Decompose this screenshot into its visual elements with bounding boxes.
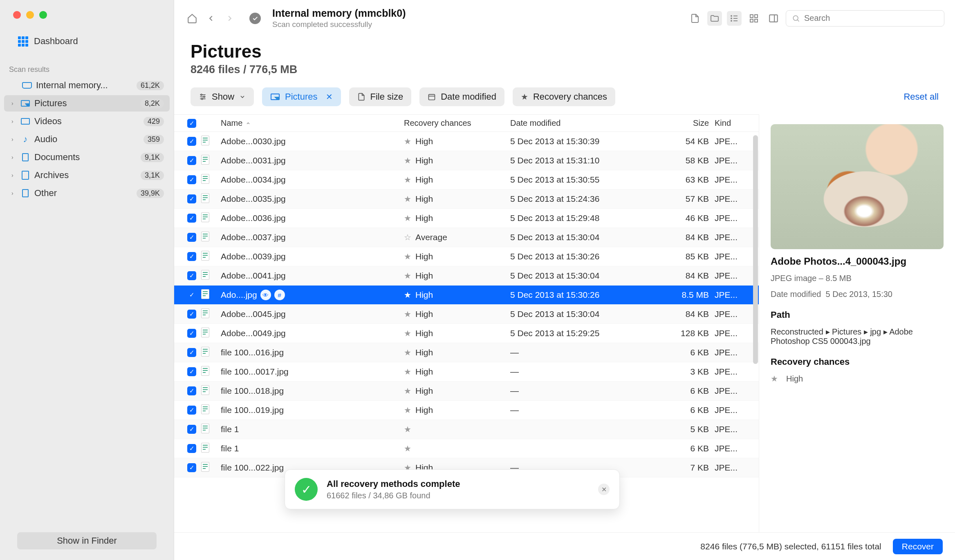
drive-icon: [22, 80, 32, 90]
kind-value: JPE...: [715, 213, 759, 223]
close-window[interactable]: [13, 11, 21, 19]
panel-toggle-icon[interactable]: [766, 11, 781, 26]
list-view-icon[interactable]: [727, 11, 742, 26]
date-filter[interactable]: Date modified: [419, 87, 504, 106]
size-value: 84 KB: [657, 232, 715, 242]
col-kind[interactable]: Kind: [715, 118, 759, 128]
table-row[interactable]: ✓file 100...018.jpg★High—6 KBJPE...: [174, 382, 759, 401]
row-checkbox[interactable]: ✓: [187, 425, 196, 434]
row-checkbox[interactable]: ✓: [187, 290, 196, 299]
archives-icon: [20, 170, 30, 180]
table-row[interactable]: ✓Adobe...0039.jpg★High5 Dec 2013 at 15:3…: [174, 247, 759, 266]
preview-pill-icon[interactable]: 👁: [260, 290, 271, 300]
table-row[interactable]: ✓Adobe...0035.jpg★High5 Dec 2013 at 15:2…: [174, 190, 759, 209]
row-checkbox[interactable]: ✓: [187, 252, 196, 261]
col-recovery[interactable]: Recovery chances: [404, 118, 510, 128]
table-row[interactable]: ✓Adobe...0037.jpg☆Average5 Dec 2013 at 1…: [174, 228, 759, 247]
minimize-window[interactable]: [26, 11, 34, 19]
row-checkbox[interactable]: ✓: [187, 406, 196, 415]
folder-view-icon[interactable]: [707, 11, 722, 26]
sidebar-item-videos[interactable]: › Videos 429: [4, 113, 170, 129]
recovery-value: High: [415, 405, 433, 415]
detail-meta: JPEG image – 8.5 MB: [771, 274, 944, 283]
row-checkbox[interactable]: ✓: [187, 386, 196, 395]
fullscreen-window[interactable]: [39, 11, 47, 19]
row-checkbox[interactable]: ✓: [187, 367, 196, 376]
sidebar-item-badge: 39,9K: [137, 189, 164, 198]
row-checkbox[interactable]: ✓: [187, 310, 196, 319]
forward-button[interactable]: [222, 11, 237, 26]
svg-point-17: [201, 94, 202, 95]
table-row[interactable]: ✓Adobe...0031.jpg★High5 Dec 2013 at 15:3…: [174, 151, 759, 170]
chevron-right-icon: ›: [11, 172, 16, 178]
pictures-filter-chip[interactable]: Pictures ✕: [262, 87, 341, 106]
table-row[interactable]: ✓Adobe...0030.jpg★High5 Dec 2013 at 15:3…: [174, 132, 759, 151]
check-circle-icon: ✓: [295, 478, 318, 501]
sidebar-item-pictures[interactable]: › Pictures 8,2K: [4, 95, 170, 112]
table-row[interactable]: ✓file 1★5 KBJPE...: [174, 420, 759, 439]
reset-filters-link[interactable]: Reset all: [903, 91, 939, 102]
date-value: 5 Dec 2013 at 15:29:48: [510, 213, 657, 223]
kind-value: JPE...: [715, 405, 759, 415]
col-date[interactable]: Date modified: [510, 118, 657, 128]
row-checkbox[interactable]: ✓: [187, 175, 196, 184]
sidebar-item-other[interactable]: › Other 39,9K: [4, 185, 170, 201]
row-checkbox[interactable]: ✓: [187, 348, 196, 357]
sidebar-item-documents[interactable]: › Documents 9,1K: [4, 149, 170, 165]
table-row[interactable]: ✓Adobe...0036.jpg★High5 Dec 2013 at 15:2…: [174, 209, 759, 228]
row-checkbox[interactable]: ✓: [187, 329, 196, 338]
col-name[interactable]: Name: [221, 118, 404, 128]
scrollbar[interactable]: [753, 135, 758, 511]
home-button[interactable]: [185, 11, 200, 26]
show-in-finder-button[interactable]: Show in Finder: [17, 532, 157, 549]
star-icon: ☆: [404, 233, 411, 242]
table-row[interactable]: ✓file 100...0017.jpg★High—3 KBJPE...: [174, 362, 759, 382]
back-button[interactable]: [204, 11, 218, 26]
kind-value: JPE...: [715, 290, 759, 300]
sidebar-item-archives[interactable]: › Archives 3,1K: [4, 167, 170, 183]
row-checkbox[interactable]: ✓: [187, 444, 196, 453]
toast-close-button[interactable]: ✕: [598, 484, 610, 495]
file-preview[interactable]: [771, 124, 944, 249]
grid-view-icon[interactable]: [747, 11, 761, 26]
row-checkbox[interactable]: ✓: [187, 156, 196, 165]
table-row[interactable]: ✓Adobe...0045.jpg★High5 Dec 2013 at 15:3…: [174, 305, 759, 324]
row-checkbox[interactable]: ✓: [187, 194, 196, 203]
recover-button[interactable]: Recover: [893, 539, 943, 554]
table-row[interactable]: ✓Adobe...0041.jpg★High5 Dec 2013 at 15:3…: [174, 266, 759, 286]
sidebar-item-audio[interactable]: › ♪ Audio 359: [4, 131, 170, 147]
table-row[interactable]: ✓file 100...019.jpg★High—6 KBJPE...: [174, 401, 759, 420]
hex-pill-icon[interactable]: #: [274, 290, 285, 300]
kind-value: JPE...: [715, 252, 759, 261]
remove-filter-icon[interactable]: ✕: [326, 92, 333, 102]
row-checkbox[interactable]: ✓: [187, 463, 196, 472]
star-icon: ★: [404, 252, 411, 261]
size-value: 8.5 MB: [657, 290, 715, 300]
table-row[interactable]: ✓Adobe...0049.jpg★High5 Dec 2013 at 15:2…: [174, 324, 759, 343]
table-row[interactable]: ✓file 1★6 KBJPE...: [174, 439, 759, 458]
svg-rect-6: [750, 15, 753, 18]
sidebar-drive[interactable]: Internal memory... 61,2K: [4, 77, 170, 94]
file-name: file 100...019.jpg: [221, 405, 284, 415]
size-value: 63 KB: [657, 175, 715, 185]
table-row[interactable]: ✓Adobe...0034.jpg★High5 Dec 2013 at 15:3…: [174, 170, 759, 190]
filesize-filter[interactable]: File size: [349, 87, 412, 106]
row-checkbox[interactable]: ✓: [187, 214, 196, 223]
table-row[interactable]: ✓Ado....jpg👁#★High5 Dec 2013 at 15:30:26…: [174, 286, 759, 305]
star-icon: ★: [404, 348, 411, 357]
select-all-checkbox[interactable]: ✓: [182, 119, 201, 128]
detail-rc-label: Recovery chances: [771, 357, 944, 367]
table-row[interactable]: ✓file 100...016.jpg★High—6 KBJPE...: [174, 343, 759, 362]
row-checkbox[interactable]: ✓: [187, 233, 196, 242]
search-input[interactable]: [804, 13, 938, 23]
svg-point-12: [793, 16, 798, 20]
main-panel: Internal memory (mmcblk0) Scan completed…: [174, 0, 955, 560]
col-size[interactable]: Size: [657, 118, 715, 128]
show-filter[interactable]: Show: [191, 87, 254, 106]
new-file-icon[interactable]: [688, 11, 702, 26]
dashboard-link[interactable]: Dashboard: [18, 36, 174, 47]
row-checkbox[interactable]: ✓: [187, 137, 196, 146]
search-field[interactable]: [786, 10, 944, 27]
row-checkbox[interactable]: ✓: [187, 271, 196, 280]
recovery-filter[interactable]: ★ Recovery chances: [513, 87, 615, 106]
